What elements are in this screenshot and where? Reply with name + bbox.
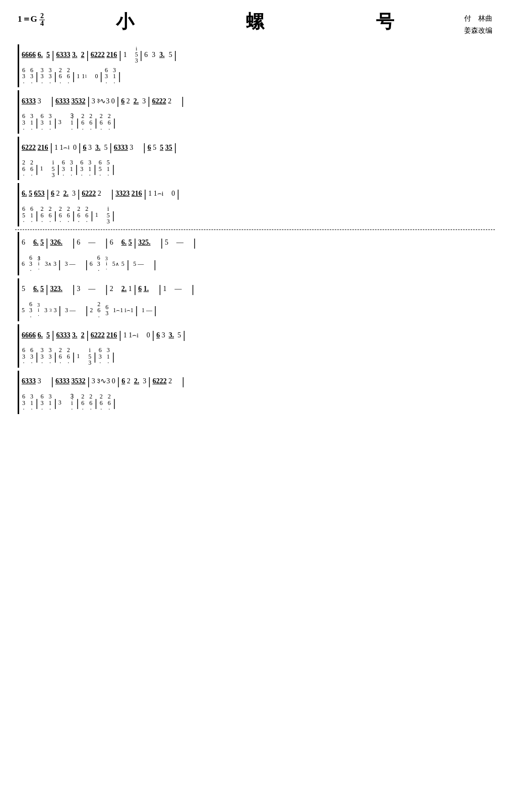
song-title: 小 螺 号 [68,13,442,31]
bass-row-5: 6 63· 3̂i· 3∧ 3 | 3 — | 6 63· 3i· 5∧ [22,253,492,275]
bass-row-1: 63· 63· | 33· 33· | 26· 26· | 111 0 | 63… [22,66,492,88]
bass-row-8: 63· 31· | 63· 31· | 3 3̣i· | 26· 26· | 2… [22,392,492,414]
system-7: 6666 6. 5 | 6333 3. 2 | 6222 216 | 1 1⌢i… [18,324,492,368]
bass-row-7: 63· 63· | 33· 33· | 26· 26· | 1 i53 | 63… [22,345,492,368]
key-meter: 1＝G 24 [18,13,68,27]
melody-row-4: 6. 5 653 | 6 2 2. 3 | 6222 2 | 3323 216 … [22,183,492,204]
page: 1＝G 24 小 螺 号 付 林曲 姜森改编 6666 6. 5 | 6333 … [0,0,510,430]
melody-row-7: 6666 6. 5 | 6333 3. 2 | 6222 216 | 1 1⌢i… [22,324,492,345]
score-block: 6666 6. 5 | 6333 3. 2 | 6222 216 | 1 i 5… [18,44,492,414]
bass-row-6: 5 63· 3i· 3 3 3 | 3 — | 2 26· 63 1⌢1 i⌢1 [22,300,492,322]
melody-row-3: 6222 216 | 1 1⌢i 0 | 6 3 3. 5 | 6333 3 |… [22,137,492,158]
bass-row-3: 26· 26· | 1 i53 | 63· 31· | 63· 31· | 65… [22,158,492,180]
melody-row-8: 6333 3 | 6333 3532 | 3 3̣∿3 0 | 6 2 2. 3… [22,371,492,392]
system-5: 6 6. 5 | 326. | 6 — | 6 6. 5 | 325. | 5 … [18,232,492,275]
melody-row-6: 5 6. 5 | 323. | 3 — | 2 2. 1 | 6 1. | 1 … [22,278,492,300]
bass-row-2: 63· 31· | 63· 31· | 3 3̣1· | 26· 26· | 2… [22,111,492,134]
melody-row-2: 6333 3 | 6333 3532 | 3 3̣∿3 0 | 6 2 2. 3… [22,90,492,111]
system-1: 6666 6. 5 | 6333 3. 2 | 6222 216 | 1 i 5… [18,44,492,88]
attribution: 付 林曲 姜森改编 [442,13,492,37]
system-4: 6. 5 653 | 6 2 2. 3 | 6222 2 | 3323 216 … [18,183,492,226]
system-2: 6333 3 | 6333 3532 | 3 3̣∿3 0 | 6 2 2. 3… [18,90,492,134]
system-8: 6333 3 | 6333 3532 | 3 3̣∿3 0 | 6 2 2. 3… [18,371,492,414]
bass-row-4: 65· 61· | 26· 26· | 26· 26· | 26· 26· | … [22,204,492,226]
melody-row-1: 6666 6. 5 | 6333 3. 2 | 6222 216 | 1 i 5… [22,44,492,66]
system-6: 5 6. 5 | 323. | 3 — | 2 2. 1 | 6 1. | 1 … [18,278,492,322]
header: 1＝G 24 小 螺 号 付 林曲 姜森改编 [18,13,492,37]
melody-row-5: 6 6. 5 | 326. | 6 — | 6 6. 5 | 325. | 5 … [22,232,492,253]
system-3: 6222 216 | 1 1⌢i 0 | 6 3 3. 5 | 6333 3 |… [18,137,492,180]
section-divider [15,229,495,230]
